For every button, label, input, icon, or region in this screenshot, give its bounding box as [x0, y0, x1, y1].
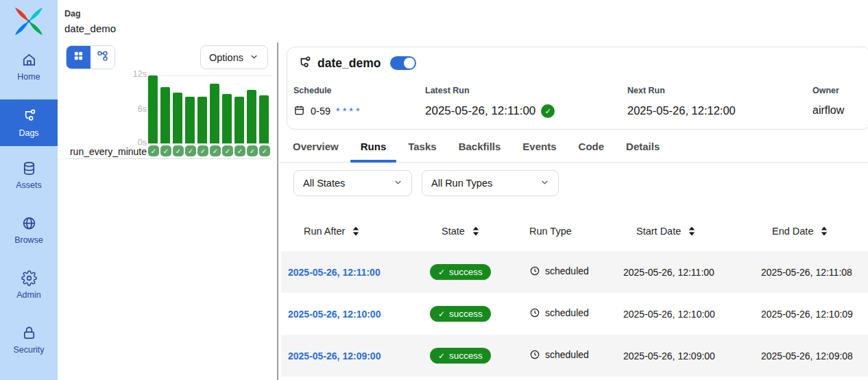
success-check-icon: ✓	[541, 104, 555, 118]
dag-icon	[297, 56, 312, 71]
duration-bar[interactable]	[210, 84, 219, 143]
sidebar-item-label: Dags	[19, 128, 38, 138]
task-instance-success-box[interactable]: ✓	[185, 145, 196, 156]
sort-icon[interactable]	[352, 226, 360, 237]
chevron-down-icon	[249, 51, 259, 64]
sort-icon[interactable]	[688, 226, 696, 237]
run-type-label: scheduled	[545, 265, 589, 276]
duration-bar[interactable]	[185, 97, 195, 143]
field-schedule: Schedule 0-59 * * * *	[293, 86, 360, 118]
graph-icon	[97, 50, 108, 64]
tab-overview[interactable]: Overview	[282, 139, 349, 162]
column-header-label: Run After	[304, 226, 345, 237]
run-type-cell: scheduled	[529, 307, 589, 318]
task-instance-success-box[interactable]: ✓	[247, 145, 258, 156]
task-instance-success-box[interactable]: ✓	[197, 145, 208, 156]
sidebar-item-browse[interactable]: Browse	[0, 210, 58, 250]
sort-icon[interactable]	[820, 226, 828, 237]
dag-title-row: date_demo	[297, 56, 416, 71]
sidebar-item-dags[interactable]: Dags	[0, 99, 58, 146]
tab-backfills[interactable]: Backfills	[448, 139, 511, 162]
column-header-label: State	[442, 226, 465, 237]
database-icon	[21, 161, 37, 176]
panel-splitter[interactable]	[277, 43, 278, 380]
state-badge: ✓success	[430, 348, 491, 364]
run-type-cell: scheduled	[529, 349, 589, 360]
run-after-link[interactable]: 2025-05-26, 12:10:00	[288, 309, 381, 320]
airflow-logo-icon[interactable]	[13, 5, 45, 37]
column-header-start-date[interactable]: Start Date	[616, 226, 754, 237]
gear-icon	[21, 270, 37, 286]
run-type-label: scheduled	[545, 307, 589, 318]
dag-pause-toggle[interactable]	[390, 56, 416, 70]
end-date-cell: 2025-05-26, 12:10:09	[754, 309, 868, 320]
options-button[interactable]: Options	[200, 45, 268, 69]
column-header-state[interactable]: State	[423, 226, 522, 237]
sidebar-item-assets[interactable]: Assets	[0, 155, 58, 195]
task-instance-success-box[interactable]: ✓	[210, 145, 221, 156]
dag-icon	[21, 108, 37, 124]
owner-value: airflow	[812, 104, 844, 117]
state-label: success	[449, 351, 483, 361]
check-icon: ✓	[438, 268, 445, 277]
next-run-value: 2025-05-26, 12:12:00	[627, 104, 736, 117]
y-axis-tick: 6s	[128, 104, 147, 114]
dag-header-card: date_demo	[287, 47, 868, 130]
duration-bar[interactable]	[222, 94, 232, 143]
duration-bar[interactable]	[160, 87, 170, 144]
duration-bar[interactable]	[197, 97, 207, 143]
task-label: run_every_minute	[58, 146, 147, 157]
state-filter-select[interactable]: All States	[293, 170, 412, 196]
options-button-label: Options	[209, 52, 243, 63]
task-instance-success-box[interactable]: ✓	[160, 145, 171, 156]
grid-view-button[interactable]	[67, 46, 91, 69]
start-date-cell: 2025-05-26, 12:10:00	[616, 309, 754, 320]
tab-runs[interactable]: Runs	[350, 139, 397, 162]
field-next-run: Next Run 2025-05-26, 12:12:00	[627, 86, 736, 117]
graph-view-button[interactable]	[91, 46, 114, 69]
dag-name-title: date_demo	[317, 56, 381, 71]
sidebar-item-admin[interactable]: Admin	[0, 265, 58, 305]
task-instance-success-box[interactable]: ✓	[222, 145, 233, 156]
table-header-row: Run AfterStateRun TypeStart DateEnd Date	[281, 211, 868, 251]
duration-bar[interactable]	[259, 95, 269, 143]
column-header-run-after[interactable]: Run After	[281, 226, 423, 237]
breadcrumb-dag-name: date_demo	[64, 23, 116, 34]
sidebar-item-security[interactable]: Security	[0, 320, 58, 359]
column-header-end-date[interactable]: End Date	[754, 226, 868, 237]
run-type-cell: scheduled	[529, 265, 589, 276]
run-type-filter-select[interactable]: All Run Types	[422, 170, 559, 196]
task-instance-success-box[interactable]: ✓	[173, 145, 184, 156]
tab-bar: OverviewRunsTasksBackfillsEventsCodeDeta…	[278, 139, 868, 163]
column-header-label: End Date	[772, 226, 813, 237]
duration-bar[interactable]	[234, 97, 244, 143]
task-instance-success-box[interactable]: ✓	[148, 145, 159, 156]
tab-tasks[interactable]: Tasks	[398, 139, 446, 162]
lock-icon	[21, 325, 37, 341]
tab-details[interactable]: Details	[616, 139, 670, 162]
task-instance-success-box[interactable]: ✓	[234, 145, 245, 156]
table-row: 2025-05-26, 12:11:00✓successscheduled202…	[281, 251, 868, 293]
table-row: 2025-05-26, 12:09:00✓successscheduled202…	[281, 335, 868, 377]
sort-icon[interactable]	[472, 226, 480, 237]
duration-bar[interactable]	[148, 75, 158, 143]
clock-icon	[529, 307, 540, 318]
home-icon	[21, 52, 37, 68]
latest-run-value[interactable]: 2025-05-26, 12:11:00	[425, 104, 535, 118]
run-after-link[interactable]: 2025-05-26, 12:11:00	[288, 267, 381, 278]
column-header-label: Start Date	[636, 226, 681, 237]
field-label: Next Run	[627, 86, 736, 95]
start-date-cell: 2025-05-26, 12:09:00	[616, 351, 754, 361]
sidebar-item-home[interactable]: Home	[0, 47, 58, 86]
duration-bar[interactable]	[247, 90, 256, 143]
task-instance-success-box[interactable]: ✓	[259, 145, 270, 156]
duration-bar[interactable]	[173, 93, 182, 143]
tab-code[interactable]: Code	[568, 139, 615, 162]
calendar-icon	[293, 104, 305, 118]
task-instance-row: ✓✓✓✓✓✓✓✓✓✓	[148, 145, 270, 156]
state-badge: ✓success	[430, 264, 491, 280]
run-after-link[interactable]: 2025-05-26, 12:09:00	[288, 351, 381, 361]
state-label: success	[449, 309, 483, 319]
table-row: 2025-05-26, 12:10:00✓successscheduled202…	[281, 293, 868, 335]
tab-events[interactable]: Events	[512, 139, 566, 162]
